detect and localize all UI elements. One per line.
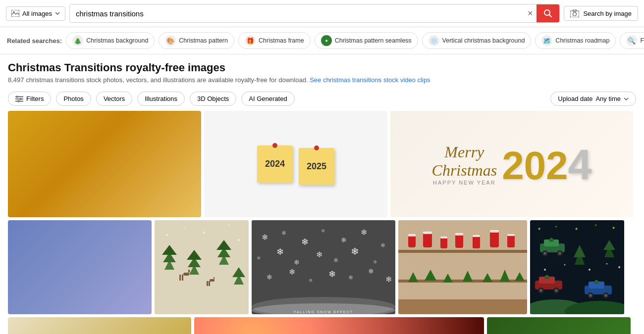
chip-christmas-pattern-seamless[interactable]: ✦ Christmas pattern seamless: [315, 32, 418, 49]
svg-point-109: [555, 289, 558, 292]
chip-label-christmas-roadmap: Christmas roadmap: [555, 37, 609, 44]
pin-icon-2024: [272, 143, 277, 148]
chip-label-fibers: Fibers: [640, 37, 644, 44]
filters-main-button[interactable]: Filters: [8, 92, 51, 106]
year-2025-label: 2025: [307, 161, 326, 172]
search-by-image-button[interactable]: Search by image: [564, 6, 638, 21]
vectors-filter-button[interactable]: Vectors: [96, 92, 132, 106]
svg-text:❄: ❄: [289, 268, 295, 276]
image-grid: 2024 2025 MerryChristmas HAPPY NEW YEAR …: [0, 111, 644, 334]
image-item-6[interactable]: ❄ ❄ ❄ ❄ ❄ ❄ ❄ ❄ ❄ ❄ ❄ ❄ ❄ ❄ ❄ ❄ ❄ ❄ ❄ ❄: [252, 220, 395, 314]
chip-label-vertical-christmas: Vertical christmas background: [442, 37, 525, 44]
image-item-7[interactable]: [398, 220, 527, 314]
merry-christmas-text: MerryChristmas: [432, 143, 497, 180]
svg-rect-71: [490, 231, 499, 247]
svg-point-100: [543, 252, 546, 255]
year-numbers-block: 202 4: [502, 143, 591, 186]
upload-date-label: Upload date: [558, 95, 592, 102]
sticky-note-2024: 2024: [257, 145, 293, 183]
photos-filter-button[interactable]: Photos: [56, 92, 91, 106]
svg-rect-87: [398, 299, 527, 314]
upload-date-wrapper: Upload date Any time: [550, 92, 636, 106]
svg-point-126: [589, 269, 590, 271]
image-icon: [11, 10, 19, 17]
svg-text:❄: ❄: [294, 258, 300, 266]
ai-generated-label: AI Generated: [249, 95, 287, 102]
svg-rect-66: [408, 235, 416, 247]
svg-text:❄: ❄: [380, 242, 385, 249]
svg-text:❄: ❄: [351, 246, 359, 257]
svg-rect-69: [455, 234, 463, 248]
all-images-label: All images: [22, 10, 52, 17]
svg-rect-31: [210, 279, 215, 282]
svg-rect-12: [18, 100, 19, 102]
svg-text:FALLING SNOW EFFECT: FALLING SNOW EFFECT: [294, 310, 353, 314]
3d-objects-filter-button[interactable]: 3D Objects: [190, 92, 236, 106]
chip-icon-christmas-frame: 🎁: [245, 35, 256, 46]
svg-text:❄: ❄: [341, 236, 347, 244]
chip-icon-christmas-pattern-seamless: ✦: [321, 35, 332, 46]
svg-point-125: [564, 264, 566, 266]
svg-rect-79: [507, 234, 515, 236]
year-2024-big: 202: [502, 146, 568, 186]
svg-rect-74: [423, 232, 432, 234]
chevron-down-upload-icon: [624, 97, 629, 100]
ai-generated-filter-button[interactable]: AI Generated: [241, 92, 294, 106]
image-item-1[interactable]: [8, 111, 201, 217]
svg-text:❄: ❄: [368, 267, 374, 275]
upload-date-button[interactable]: Upload date Any time: [550, 92, 636, 106]
chip-christmas-pattern[interactable]: 🎨 Christmas pattern: [159, 32, 234, 49]
filters-label: Filters: [26, 95, 44, 102]
image-row-1: 2024 2025 MerryChristmas HAPPY NEW YEAR …: [8, 111, 636, 217]
svg-point-35: [203, 232, 205, 234]
image-item-11[interactable]: [487, 317, 631, 334]
clear-button[interactable]: ×: [524, 8, 537, 19]
svg-text:❄: ❄: [348, 274, 353, 281]
image-item-4[interactable]: [8, 220, 152, 314]
sliders-icon: [15, 95, 23, 102]
svg-rect-64: [398, 250, 527, 253]
page-title: Christmas Transitions royalty-free image…: [8, 61, 636, 74]
chip-label-christmas-pattern-seamless: Christmas pattern seamless: [335, 37, 412, 44]
chip-christmas-frame[interactable]: 🎁 Christmas frame: [238, 32, 311, 49]
chip-icon-vertical-christmas: ❄️: [429, 35, 439, 46]
search-by-image-label: Search by image: [583, 10, 632, 17]
svg-text:❄: ❄: [257, 255, 261, 261]
svg-point-33: [166, 234, 168, 236]
svg-rect-68: [440, 238, 447, 248]
image-item-9[interactable]: [8, 317, 191, 334]
all-images-button[interactable]: All images: [6, 6, 65, 21]
svg-text:❄: ❄: [276, 247, 284, 257]
chip-christmas-background[interactable]: 🎄 Christmas background: [66, 32, 155, 49]
search-input-wrapper: ×: [69, 4, 560, 23]
vectors-label: Vectors: [104, 95, 125, 102]
upload-date-value: Any time: [595, 95, 621, 102]
image-item-3[interactable]: MerryChristmas HAPPY NEW YEAR 202 4: [390, 111, 633, 217]
svg-text:★: ★: [537, 227, 541, 231]
filters-left: Filters Photos Vectors Illustrations 3D …: [8, 92, 295, 106]
svg-rect-30: [209, 281, 210, 286]
video-clips-link[interactable]: See christmas transitions stock video cl…: [310, 76, 430, 84]
related-searches-bar: Related searches: 🎄 Christmas background…: [0, 27, 644, 54]
svg-text:❄: ❄: [328, 269, 336, 279]
search-button[interactable]: [537, 4, 559, 23]
illustrations-filter-button[interactable]: Illustrations: [137, 92, 185, 106]
chip-fibers[interactable]: 🔍 Fibers: [620, 32, 644, 49]
image-item-10[interactable]: [194, 317, 484, 334]
chip-label-christmas-pattern: Christmas pattern: [179, 37, 228, 44]
svg-text:❄: ❄: [281, 230, 286, 237]
chip-christmas-roadmap[interactable]: 🗺️ Christmas roadmap: [535, 32, 616, 49]
image-row-2: ❄ ❄ ❄ ❄ ❄ ❄ ❄ ❄ ❄ ❄ ❄ ❄ ❄ ❄ ❄ ❄ ❄ ❄ ❄ ❄: [8, 220, 636, 314]
search-input[interactable]: [70, 4, 524, 22]
christmas-card-content: MerryChristmas HAPPY NEW YEAR 202 4: [390, 111, 633, 217]
image-item-5[interactable]: [155, 220, 249, 314]
snowflakes-svg: ❄ ❄ ❄ ❄ ❄ ❄ ❄ ❄ ❄ ❄ ❄ ❄ ❄ ❄ ❄ ❄ ❄ ❄ ❄ ❄: [252, 220, 395, 314]
svg-rect-70: [473, 236, 480, 248]
image-item-2[interactable]: 2024 2025: [204, 111, 387, 217]
image-item-8[interactable]: ★ ★ ★ ★ ★: [530, 220, 624, 314]
image-row-3: [8, 317, 636, 334]
chip-icon-fibers: 🔍: [626, 35, 637, 46]
svg-point-117: [604, 294, 607, 297]
chip-vertical-christmas[interactable]: ❄️ Vertical christmas background: [422, 32, 532, 49]
chip-label-christmas-background: Christmas background: [86, 37, 148, 44]
